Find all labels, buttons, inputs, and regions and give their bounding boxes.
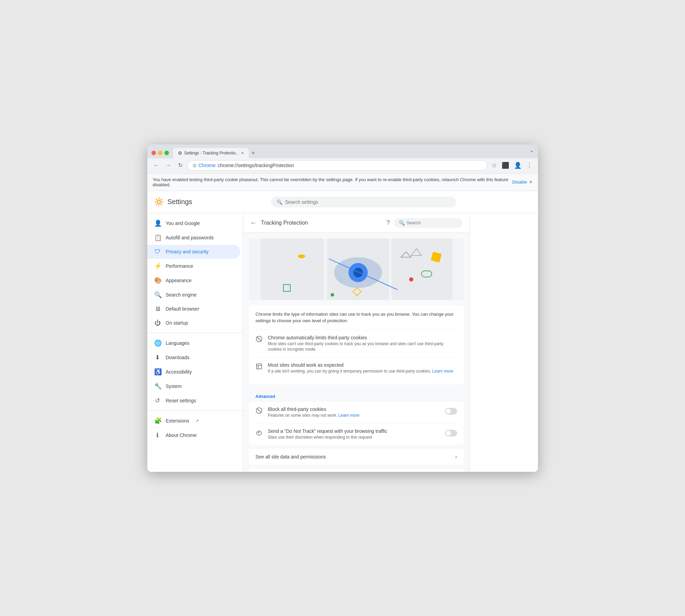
bookmark-button[interactable]: ☆ — [490, 160, 498, 171]
reload-button[interactable]: ↻ — [176, 161, 185, 170]
url-chrome-icon: ⊙ — [193, 163, 197, 168]
cookie-auto-setting-row: Chrome automatically limits third-party … — [256, 330, 457, 357]
maximize-window-button[interactable] — [164, 151, 169, 155]
about-icon: ℹ — [154, 431, 161, 439]
menu-button[interactable]: ⋮ — [525, 160, 534, 171]
forward-button[interactable]: → — [164, 161, 173, 170]
site-data-link-row[interactable]: See all site data and permissions › — [249, 449, 464, 465]
startup-icon: ⏻ — [154, 319, 161, 327]
title-bar: ⚙ Settings - Tracking Protectio... × + ⌃ — [147, 144, 538, 158]
svg-point-5 — [353, 268, 363, 277]
svg-rect-2 — [392, 238, 452, 300]
sidebar-item-privacy[interactable]: 🛡 Privacy and security — [147, 245, 240, 259]
notification-disable-link[interactable]: Disable — [512, 179, 527, 185]
block-cookies-desc: Features on some sites may not work. Lea… — [268, 413, 440, 418]
svg-rect-17 — [256, 364, 261, 369]
shield-icon: 🛡 — [154, 248, 161, 255]
languages-icon: 🌐 — [154, 339, 161, 347]
block-cookies-icon — [256, 407, 263, 416]
cookie-limit-icon — [256, 336, 263, 344]
settings-container: 🔆 Settings 🔍 👤 You and Google 📋 Autofill… — [147, 191, 538, 472]
sidebar-divider-1 — [147, 333, 243, 333]
settings-tab-icon: ⚙ — [178, 150, 182, 156]
sidebar-item-appearance[interactable]: 🎨 Appearance — [147, 273, 240, 288]
sidebar-item-accessibility[interactable]: ♿ Accessibility — [147, 365, 240, 379]
sites-allowed-section: Sites allowed to use third-party cookies… — [249, 469, 464, 472]
svg-rect-0 — [260, 238, 324, 300]
panel-content: Chrome limits the type of information si… — [243, 233, 469, 472]
notification-close-button[interactable]: × — [529, 179, 532, 185]
sidebar-label-downloads: Downloads — [166, 355, 189, 360]
sidebar-item-search-engine[interactable]: 🔍 Search engine — [147, 288, 240, 302]
panel-back-button[interactable]: ← — [250, 219, 257, 227]
site-data-link-title: See all site data and permissions — [256, 454, 455, 460]
dnt-slider — [445, 430, 457, 437]
settings-page-title: Settings — [168, 198, 192, 206]
cookie-auto-content: Chrome automatically limits third-party … — [268, 335, 457, 353]
panel-title: Tracking Protection — [261, 220, 387, 226]
sidebar: 👤 You and Google 📋 Autofill and password… — [147, 213, 243, 472]
sidebar-label-extensions: Extensions — [166, 418, 189, 424]
autofill-icon: 📋 — [154, 234, 161, 241]
learn-more-link-1[interactable]: Learn more — [432, 369, 453, 374]
block-cookies-slider — [445, 408, 457, 415]
svg-line-16 — [257, 337, 261, 341]
active-tab[interactable]: ⚙ Settings - Tracking Protectio... × — [173, 148, 249, 158]
sidebar-item-on-startup[interactable]: ⏻ On startup — [147, 316, 240, 330]
sidebar-label-you-and-google: You and Google — [166, 221, 200, 226]
main-panel: ← Tracking Protection ? 🔍 — [243, 213, 469, 472]
close-window-button[interactable] — [151, 151, 156, 155]
panel-header: ← Tracking Protection ? 🔍 — [243, 213, 469, 233]
tab-title: Settings - Tracking Protectio... — [184, 151, 239, 155]
panel-search-bar[interactable]: 🔍 — [394, 218, 463, 228]
sidebar-divider-2 — [147, 411, 243, 411]
sidebar-label-performance: Performance — [166, 263, 193, 269]
sidebar-label-about: About Chrome — [166, 432, 197, 438]
sidebar-label-accessibility: Accessibility — [166, 369, 192, 375]
accessibility-icon: ♿ — [154, 368, 161, 376]
tab-close-button[interactable]: × — [241, 150, 244, 156]
cookie-auto-title: Chrome automatically limits third-party … — [268, 335, 457, 340]
block-cookies-toggle[interactable] — [445, 408, 457, 415]
svg-line-18 — [257, 408, 261, 413]
url-text: chrome://settings/trackingProtection — [218, 163, 482, 168]
sidebar-item-extensions[interactable]: 🧩 Extensions ↗ — [147, 414, 240, 428]
reset-icon: ↺ — [154, 397, 161, 404]
sidebar-item-downloads[interactable]: ⬇ Downloads — [147, 350, 240, 365]
panel-search-icon: 🔍 — [399, 220, 405, 226]
sidebar-item-performance[interactable]: ⚡ Performance — [147, 259, 240, 273]
panel-search-input[interactable] — [407, 220, 458, 225]
dnt-toggle[interactable] — [445, 430, 457, 437]
sidebar-item-default-browser[interactable]: 🖥 Default browser — [147, 302, 240, 316]
info-section: Chrome limits the type of information si… — [249, 305, 464, 385]
settings-body: 👤 You and Google 📋 Autofill and password… — [147, 213, 538, 472]
sidebar-item-system[interactable]: 🔧 System — [147, 379, 240, 393]
url-bar[interactable]: ⊙ Chrome chrome://settings/trackingProte… — [187, 160, 487, 171]
sidebar-item-languages[interactable]: 🌐 Languages — [147, 336, 240, 350]
back-button[interactable]: ← — [151, 161, 161, 170]
new-tab-button[interactable]: + — [249, 148, 258, 158]
sidebar-item-about[interactable]: ℹ About Chrome — [147, 428, 240, 442]
system-icon: 🔧 — [154, 382, 161, 390]
block-cookies-row: Block all third-party cookies Features o… — [256, 402, 457, 424]
advanced-section-label: Advanced — [249, 389, 464, 402]
info-text: Chrome limits the type of information si… — [256, 311, 457, 324]
settings-search-bar[interactable]: 🔍 — [271, 197, 456, 208]
extensions-button[interactable]: ⬛ — [500, 160, 511, 171]
settings-search-input[interactable] — [285, 199, 451, 205]
sidebar-label-reset: Reset settings — [166, 398, 196, 403]
advanced-card: Block all third-party cookies Features o… — [249, 402, 464, 445]
sidebar-item-you-and-google[interactable]: 👤 You and Google — [147, 216, 240, 230]
cookie-auto-desc: Most sites can't use third-party cookies… — [268, 341, 457, 353]
dnt-icon — [256, 429, 263, 438]
minimize-window-button[interactable] — [158, 151, 162, 155]
sidebar-item-reset[interactable]: ↺ Reset settings — [147, 393, 240, 408]
sidebar-item-autofill[interactable]: 📋 Autofill and passwords — [147, 230, 240, 245]
sidebar-label-languages: Languages — [166, 340, 189, 346]
sidebar-label-default-browser: Default browser — [166, 306, 199, 312]
browser-window: ⚙ Settings - Tracking Protectio... × + ⌃… — [147, 144, 538, 472]
panel-help-button[interactable]: ? — [386, 219, 390, 226]
window-control-button[interactable]: ⌃ — [529, 150, 534, 156]
block-learn-more-link[interactable]: Learn more — [339, 413, 359, 418]
profile-button[interactable]: 👤 — [513, 160, 523, 171]
